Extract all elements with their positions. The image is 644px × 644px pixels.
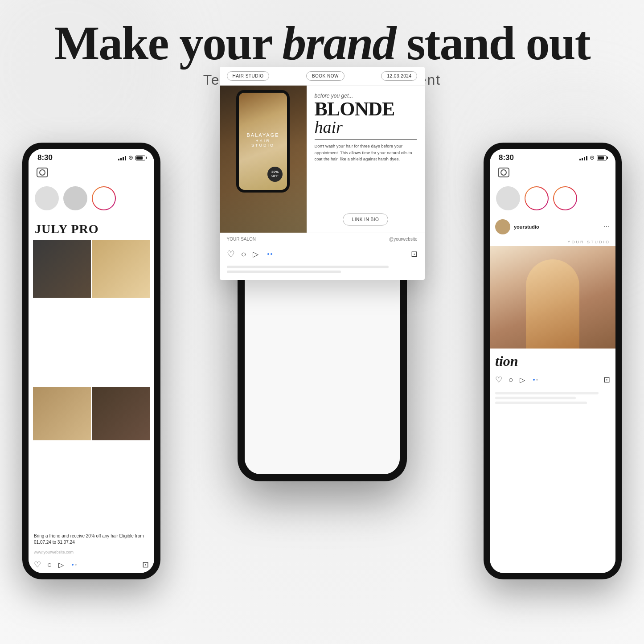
ig-card-footer: YOUR SALON @yourwebsite	[220, 233, 425, 245]
ig-card-footer-left: YOUR SALON	[227, 237, 256, 242]
phone-in-card: BALAYAGE HAIR STUDIO 30% OFF	[236, 90, 290, 193]
story-2	[63, 186, 87, 210]
main-title: Make your brand stand out	[0, 18, 644, 68]
desc-line-3	[495, 402, 587, 404]
comment-icon-left[interactable]: ○	[47, 560, 52, 570]
title-part1: Make your	[54, 16, 282, 70]
bar2	[120, 158, 122, 160]
right-desc	[490, 388, 615, 408]
left-post-title: JULY PRO	[29, 215, 154, 240]
left-status-icons: ⊛	[118, 154, 145, 161]
story-3	[92, 186, 116, 210]
comment-icon-right[interactable]: ○	[509, 375, 513, 385]
right-post-dots: ···	[603, 223, 610, 231]
heart-icon-card[interactable]: ♡	[227, 249, 235, 259]
bar1	[579, 159, 581, 160]
ig-card-divider	[315, 139, 417, 139]
left-actions: ♡ ○ ▷ ⊡	[29, 556, 154, 573]
right-status-bar: 8:30 ⊛	[490, 149, 615, 165]
bar3	[584, 157, 585, 160]
bookmark-icon-left[interactable]: ⊡	[142, 560, 149, 570]
right-avatar-area: yourstudio	[495, 219, 539, 234]
dot-c-1	[267, 253, 269, 255]
line-1	[227, 266, 389, 268]
balayage-subtitle: HAIR STUDIO	[246, 139, 279, 148]
bar3	[123, 157, 124, 160]
right-promo-text: tion	[490, 349, 615, 371]
right-post-image	[490, 246, 615, 349]
battery-fill	[598, 156, 604, 160]
bar4	[125, 156, 126, 160]
dot-1	[72, 564, 74, 566]
right-promo-area: tion	[490, 349, 615, 371]
heart-icon-left[interactable]: ♡	[34, 560, 41, 570]
book-now-btn[interactable]: BOOK NOW	[306, 71, 345, 81]
ig-card-body: BALAYAGE HAIR STUDIO 30% OFF before you …	[220, 86, 425, 233]
dots-right	[533, 379, 538, 381]
desc-line-2	[495, 397, 576, 399]
phone-right-inner: 8:30 ⊛	[490, 149, 615, 573]
r-story-3	[553, 186, 577, 210]
phone-in-card-inner: BALAYAGE HAIR STUDIO 30% OFF	[239, 93, 287, 190]
balayage-title: BALAYAGE	[246, 132, 279, 138]
hair-studio-btn[interactable]: HAIR STUDIO	[227, 71, 270, 81]
right-post-area: yourstudio ··· YOUR STUDIO tion	[490, 215, 615, 573]
dot-r-2	[536, 379, 538, 381]
ig-card-right: before you get... BLONDE hair Don't wash…	[307, 86, 425, 233]
share-icon-right[interactable]: ▷	[520, 376, 525, 384]
ig-card-header: HAIR STUDIO BOOK NOW 12.03.2024	[220, 67, 425, 86]
left-battery-icon	[135, 156, 145, 160]
link-in-bio-btn[interactable]: LINK IN BIO	[343, 213, 389, 226]
dots-left	[72, 564, 77, 566]
right-actions: ♡ ○ ▷ ⊡	[490, 371, 615, 388]
phone-left: 8:30 ⊛	[22, 143, 160, 579]
right-camera-icon	[498, 168, 509, 177]
grid-img-4	[92, 387, 150, 440]
discount-badge: 30% OFF	[267, 167, 283, 182]
grid-img-2	[92, 240, 150, 298]
ig-card-title-italic: hair	[315, 119, 417, 135]
r-story-2	[525, 186, 549, 210]
left-signal	[118, 155, 126, 160]
balayage-text-area: BALAYAGE HAIR STUDIO	[246, 132, 279, 148]
left-stories-row	[29, 182, 154, 215]
right-studio-label: YOUR STUDIO	[490, 239, 615, 246]
right-time: 8:30	[499, 153, 514, 162]
phone-left-inner: 8:30 ⊛	[29, 149, 154, 573]
story-1	[35, 186, 59, 210]
left-status-bar: 8:30 ⊛	[29, 149, 154, 165]
right-avatar	[495, 219, 510, 234]
right-image-bg	[490, 246, 615, 349]
battery-fill	[136, 156, 143, 160]
share-icon-left[interactable]: ▷	[58, 561, 64, 569]
left-wifi-icon: ⊛	[128, 154, 133, 161]
left-caption: Bring a friend and receive 20% off any h…	[29, 529, 154, 550]
left-camera-icon	[37, 168, 48, 177]
left-time: 8:30	[37, 153, 53, 162]
woman-silhouette	[526, 259, 579, 349]
grid-img-1	[33, 240, 91, 298]
r-story-1	[496, 186, 520, 210]
ig-card-left: BALAYAGE HAIR STUDIO 30% OFF	[220, 86, 307, 233]
title-part2: stand out	[395, 16, 590, 70]
right-camera-row	[490, 165, 615, 182]
bar2	[582, 158, 583, 160]
comment-icon-card[interactable]: ○	[241, 249, 246, 259]
dot-2	[75, 564, 77, 566]
left-website: www.yourwebsite.com	[29, 550, 154, 556]
right-wifi-icon: ⊛	[590, 154, 595, 161]
badge-off: OFF	[271, 174, 279, 178]
bookmark-icon-card[interactable]: ⊡	[411, 249, 418, 259]
bookmark-icon-right[interactable]: ⊡	[603, 375, 610, 385]
desc-line-1	[495, 392, 599, 394]
right-status-icons: ⊛	[579, 154, 607, 161]
share-icon-card[interactable]: ▷	[253, 250, 258, 259]
grid-img-3	[33, 387, 91, 440]
phone-right: 8:30 ⊛	[484, 143, 622, 579]
dot-c-2	[271, 253, 272, 255]
heart-icon-right[interactable]: ♡	[495, 375, 502, 385]
right-stories-row	[490, 182, 615, 215]
date-btn: 12.03.2024	[381, 71, 417, 81]
left-post-area: JULY PRO Bring a friend and receive 20% …	[29, 215, 154, 573]
right-username: yourstudio	[514, 224, 539, 230]
